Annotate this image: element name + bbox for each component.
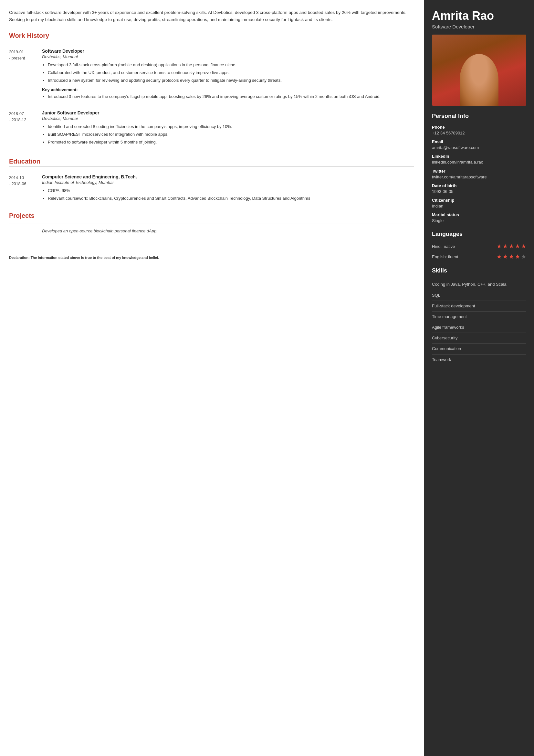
twitter-value: twitter.com/amritaraosoftware: [432, 174, 526, 180]
lang-hindi-name: Hindi: native: [432, 244, 455, 249]
skill-3: Full-stack development: [432, 301, 526, 311]
lang-english-name: English: fluent: [432, 255, 458, 259]
phone-label: Phone: [432, 125, 526, 130]
edu-degree-1: Computer Science and Engineering, B.Tech…: [42, 174, 414, 179]
star-2: ★: [503, 243, 508, 250]
edu-bullet-1-2: Relevant coursework: Blockchains, Crypto…: [48, 195, 414, 202]
left-column: Creative full-stack software developer w…: [0, 0, 424, 756]
citizenship-label: Citizenship: [432, 198, 526, 202]
work-divider: [9, 43, 414, 43]
work-bullet-2-3: Promoted to software developer within 5 …: [48, 139, 414, 146]
education-section: Education 2014-10 - 2018-06 Computer Sci…: [9, 158, 414, 203]
skill-8: Teamwork: [432, 355, 526, 365]
declaration-text: Declaration: The information stated abov…: [9, 253, 414, 259]
skill-1: Coding in Java, Python, C++, and Scala: [432, 279, 526, 290]
languages-title: Languages: [432, 231, 526, 239]
email-value: amrita@raosoftware.com: [432, 145, 526, 150]
work-history-section: Work History 2019-01 - present Software …: [9, 32, 414, 149]
edu-dates-1: 2014-10 - 2018-06: [9, 174, 36, 203]
edu-item-1: 2014-10 - 2018-06 Computer Science and E…: [9, 174, 414, 203]
skills-title: Skills: [432, 267, 526, 275]
work-title-1: Software Developer: [42, 48, 414, 54]
linkedin-value: linkedin.com/in/amrita.a.rao: [432, 159, 526, 165]
work-title-2: Junior Software Developer: [42, 110, 414, 115]
lang-hindi-stars: ★ ★ ★ ★ ★: [496, 243, 526, 250]
languages-section: Languages Hindi: native ★ ★ ★ ★ ★ Englis…: [432, 231, 526, 260]
language-hindi: Hindi: native ★ ★ ★ ★ ★: [432, 243, 526, 250]
edu-divider: [9, 169, 414, 169]
key-achievement-label-1: Key achievement:: [42, 87, 414, 92]
twitter-label: Twitter: [432, 169, 526, 174]
star-e-1: ★: [496, 253, 502, 260]
work-item-1: 2019-01 - present Software Developer Dev…: [9, 48, 414, 103]
citizenship-value: Indian: [432, 203, 526, 209]
work-bullet-2-2: Built SOAP/REST microservices for integr…: [48, 131, 414, 138]
star-3: ★: [509, 243, 514, 250]
personal-info-title: Personal Info: [432, 113, 526, 121]
work-dates-1: 2019-01 - present: [9, 48, 36, 103]
work-bullets-2: Identified and corrected 8 coding ineffi…: [42, 123, 414, 146]
work-bullet-1-3: Introduced a new system for reviewing an…: [48, 77, 414, 84]
linkedin-label: LinkedIn: [432, 154, 526, 159]
work-dates-2: 2018-07 - 2018-12: [9, 110, 36, 149]
edu-bullets-1: CGPA: 98% Relevant coursework: Blockchai…: [42, 187, 414, 202]
candidate-name: Amrita Rao: [432, 9, 526, 23]
skill-4: Time management: [432, 311, 526, 322]
work-company-2: Devbotics, Mumbai: [42, 116, 414, 121]
work-bullets-1: Developed 3 full-stack cross-platform (m…: [42, 62, 414, 84]
star-1: ★: [496, 243, 502, 250]
education-title: Education: [9, 158, 414, 167]
project-item-1: Developed an open-source blockchain pers…: [9, 229, 414, 233]
skill-6: Cybersecurity: [432, 333, 526, 343]
marital-value: Single: [432, 218, 526, 224]
projects-section: Projects Developed an open-source blockc…: [9, 212, 414, 233]
summary-text: Creative full-stack software developer w…: [9, 9, 414, 23]
project-desc-1: Developed an open-source blockchain pers…: [42, 229, 158, 233]
skill-2: SQL: [432, 290, 526, 301]
work-bullet-1-2: Collaborated with the UX, product, and c…: [48, 69, 414, 76]
photo-simulation: [432, 35, 526, 106]
skill-7: Communication: [432, 343, 526, 354]
key-achievement-bullet-1-1: Introduced 3 new features to the company…: [48, 94, 414, 100]
email-label: Email: [432, 139, 526, 144]
dob-label: Date of birth: [432, 183, 526, 188]
marital-label: Marital status: [432, 212, 526, 217]
work-details-2: Junior Software Developer Devbotics, Mum…: [42, 110, 414, 149]
work-item-2: 2018-07 - 2018-12 Junior Software Develo…: [9, 110, 414, 149]
star-e-3: ★: [509, 253, 514, 260]
lang-english-stars: ★ ★ ★ ★ ★: [496, 253, 526, 260]
edu-school-1: Indian Institute of Technology, Mumbai: [42, 180, 414, 185]
language-english: English: fluent ★ ★ ★ ★ ★: [432, 253, 526, 260]
star-5: ★: [521, 243, 526, 250]
personal-info-section: Personal Info Phone +12 34 56789012 Emai…: [432, 113, 526, 224]
projects-divider: [9, 223, 414, 223]
edu-bullet-1-1: CGPA: 98%: [48, 187, 414, 194]
key-achievement-bullets-1: Introduced 3 new features to the company…: [42, 94, 414, 100]
project-dates-1: [9, 229, 36, 233]
projects-title: Projects: [9, 212, 414, 221]
work-bullet-1-1: Developed 3 full-stack cross-platform (m…: [48, 62, 414, 68]
star-e-2: ★: [503, 253, 508, 260]
star-e-4: ★: [515, 253, 520, 260]
work-bullet-2-1: Identified and corrected 8 coding ineffi…: [48, 123, 414, 130]
candidate-photo: [432, 35, 526, 106]
work-details-1: Software Developer Devbotics, Mumbai Dev…: [42, 48, 414, 103]
phone-value: +12 34 56789012: [432, 130, 526, 136]
star-e-5: ★: [521, 253, 526, 260]
right-column: Amrita Rao Software Developer Personal I…: [424, 0, 534, 756]
dob-value: 1993-06-05: [432, 189, 526, 195]
edu-details-1: Computer Science and Engineering, B.Tech…: [42, 174, 414, 203]
work-company-1: Devbotics, Mumbai: [42, 54, 414, 59]
skills-section: Skills Coding in Java, Python, C++, and …: [432, 267, 526, 365]
skill-5: Agile frameworks: [432, 322, 526, 333]
work-history-title: Work History: [9, 32, 414, 41]
candidate-job-title: Software Developer: [432, 24, 526, 29]
star-4: ★: [515, 243, 520, 250]
